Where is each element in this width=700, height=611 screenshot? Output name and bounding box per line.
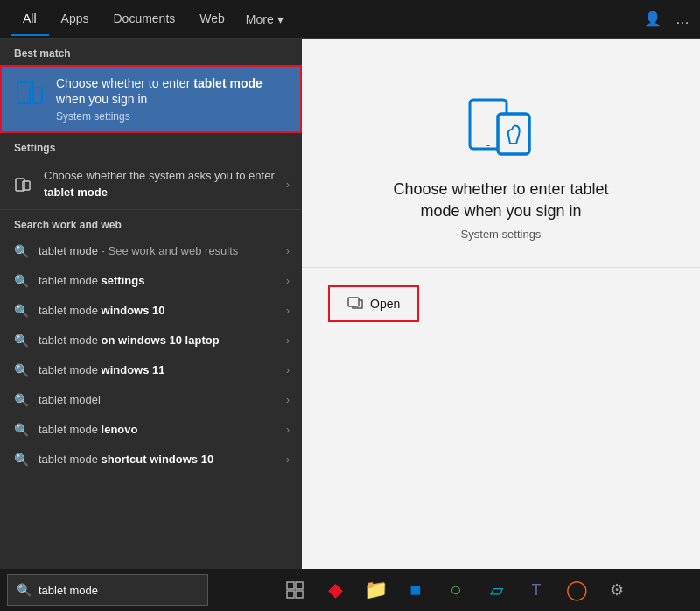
tab-web[interactable]: Web (187, 3, 237, 36)
settings-item-icon (12, 174, 33, 195)
best-match-title: Choose whether to enter tablet mode when… (56, 75, 288, 107)
tab-all[interactable]: All (10, 3, 49, 36)
svg-rect-12 (287, 582, 294, 589)
search-item-text-3: tablet mode on windows 10 laptop (38, 334, 277, 347)
open-button-container: Open (302, 285, 700, 322)
search-chevron-7: › (286, 453, 290, 466)
search-chevron-1: › (286, 275, 290, 287)
svg-rect-8 (498, 114, 529, 154)
search-web-label: Search work and web (0, 210, 302, 236)
person-icon[interactable]: 👤 (644, 11, 662, 27)
settings-chevron-icon: › (286, 179, 290, 191)
right-panel-title: Choose whether to enter tablet mode when… (379, 179, 624, 222)
search-loop-icon-0: 🔍 (12, 244, 30, 258)
settings-label: Settings (0, 133, 302, 159)
tab-more[interactable]: More ▾ (237, 4, 292, 35)
search-item-5[interactable]: 🔍 tablet model › (0, 385, 302, 415)
search-item-text-0: tablet mode - See work and web results (38, 244, 277, 257)
best-match-item[interactable]: Choose whether to enter tablet mode when… (0, 65, 302, 133)
best-match-label: Best match (0, 39, 302, 65)
divider (302, 267, 700, 268)
search-item-1[interactable]: 🔍 tablet mode settings › (0, 266, 302, 296)
open-button[interactable]: Open (328, 285, 419, 322)
task-view-icon[interactable] (276, 571, 314, 609)
svg-rect-15 (296, 591, 303, 598)
firefox-icon[interactable]: ◯ (557, 571, 596, 609)
search-chevron-5: › (286, 394, 290, 406)
folder-icon[interactable]: 📁 (356, 571, 395, 609)
svg-rect-11 (348, 298, 359, 306)
taskbar-search[interactable]: 🔍 (7, 574, 208, 606)
open-button-label: Open (370, 297, 400, 311)
top-navigation: All Apps Documents Web More ▾ 👤 … (0, 0, 700, 39)
more-icon[interactable]: … (676, 11, 690, 27)
search-item-text-1: tablet mode settings (38, 274, 277, 287)
globe-icon[interactable]: ○ (437, 571, 475, 609)
taskbar-icons: ◆ 📁 ■ ○ ▱ T ◯ ⚙ (212, 571, 700, 609)
search-chevron-6: › (286, 424, 290, 436)
settings-icon[interactable]: ⚙ (598, 571, 636, 609)
search-item-4[interactable]: 🔍 tablet mode windows 11 › (0, 355, 302, 385)
edge-icon[interactable]: ■ (396, 571, 435, 609)
search-item-text-4: tablet mode windows 11 (38, 363, 277, 376)
taskbar-search-input[interactable] (38, 584, 199, 597)
taskbar: 🔍 ◆ 📁 ■ ○ ▱ T ◯ ⚙ (0, 569, 700, 611)
right-panel: Choose whether to enter tablet mode when… (302, 39, 700, 569)
taskbar-search-icon: 🔍 (17, 583, 32, 597)
best-match-text: Choose whether to enter tablet mode when… (56, 75, 288, 123)
main-content: Best match Choose whether to enter table… (0, 39, 700, 569)
best-match-subtitle: System settings (56, 110, 288, 123)
search-item-7[interactable]: 🔍 tablet mode shortcut windows 10 › (0, 445, 302, 474)
tab-apps[interactable]: Apps (49, 3, 102, 36)
left-panel: Best match Choose whether to enter table… (0, 39, 302, 569)
search-item-text-2: tablet mode windows 10 (38, 304, 277, 317)
search-item-text-6: tablet mode lenovo (38, 423, 277, 436)
svg-rect-2 (30, 88, 42, 103)
search-loop-icon-5: 🔍 (12, 393, 30, 407)
settings-item[interactable]: Choose whether the system asks you to en… (0, 159, 302, 209)
right-content-area: Choose whether to enter tablet mode when… (302, 39, 700, 569)
right-panel-icon (466, 91, 536, 161)
search-item-0[interactable]: 🔍 tablet mode - See work and web results… (0, 236, 302, 266)
tab-documents[interactable]: Documents (101, 3, 187, 36)
search-item-text-7: tablet mode shortcut windows 10 (38, 453, 277, 466)
search-loop-icon-3: 🔍 (12, 334, 30, 348)
open-icon (347, 294, 363, 313)
search-loop-icon-4: 🔍 (12, 363, 30, 377)
search-chevron-2: › (286, 305, 290, 317)
teams-icon[interactable]: T (517, 571, 556, 609)
search-chevron-3: › (286, 334, 290, 347)
search-loop-icon-1: 🔍 (12, 274, 30, 288)
right-panel-subtitle: System settings (461, 228, 542, 241)
search-loop-icon-7: 🔍 (12, 453, 30, 467)
search-loop-icon-6: 🔍 (12, 423, 30, 437)
defender-icon[interactable]: ▱ (477, 571, 515, 609)
svg-rect-0 (18, 82, 33, 103)
search-chevron-4: › (286, 364, 290, 376)
settings-item-text: Choose whether the system asks you to en… (44, 168, 276, 200)
search-item-6[interactable]: 🔍 tablet mode lenovo › (0, 415, 302, 445)
search-item-text-5: tablet model (38, 393, 277, 406)
search-item-3[interactable]: 🔍 tablet mode on windows 10 laptop › (0, 326, 302, 355)
svg-rect-5 (23, 181, 30, 190)
nav-right-icons: 👤 … (644, 11, 690, 27)
search-item-2[interactable]: 🔍 tablet mode windows 10 › (0, 296, 302, 326)
search-chevron-0: › (286, 245, 290, 257)
svg-rect-13 (296, 582, 303, 589)
cortana-icon[interactable]: ◆ (316, 571, 354, 609)
tablet-mode-icon (14, 77, 46, 109)
svg-rect-14 (287, 591, 294, 598)
search-loop-icon-2: 🔍 (12, 304, 30, 318)
